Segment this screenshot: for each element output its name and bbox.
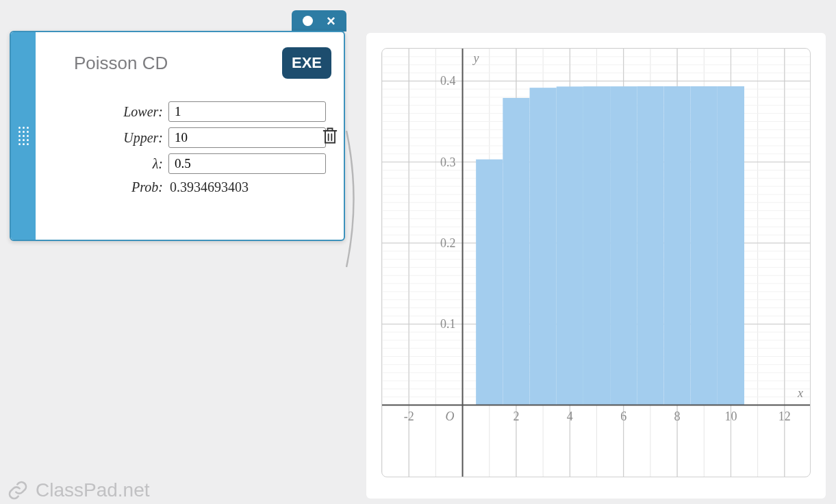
- poisson-panel: Poisson CD EXE Lower: Upper: λ: Prob: 0.…: [10, 31, 345, 241]
- value-prob: 0.3934693403: [168, 179, 249, 195]
- label-lambda: λ:: [48, 156, 168, 172]
- row-prob: Prob: 0.3934693403: [48, 179, 331, 195]
- label-lower: Lower:: [48, 104, 168, 120]
- svg-text:0.2: 0.2: [440, 236, 456, 250]
- label-upper: Upper:: [48, 130, 168, 146]
- brand-name: ClassPad.net: [36, 479, 150, 501]
- input-lower[interactable]: [168, 101, 326, 122]
- svg-rect-81: [691, 86, 718, 405]
- label-prob: Prob:: [48, 179, 168, 195]
- svg-rect-75: [530, 88, 557, 405]
- svg-rect-80: [663, 86, 690, 405]
- svg-text:y: y: [472, 51, 479, 65]
- svg-text:6: 6: [620, 410, 626, 423]
- svg-rect-73: [476, 160, 503, 405]
- link-icon: [7, 479, 29, 501]
- svg-text:0.4: 0.4: [440, 74, 456, 88]
- svg-rect-79: [637, 86, 663, 405]
- tab-indicator-dot: [303, 16, 313, 26]
- trash-icon[interactable]: [320, 126, 340, 145]
- row-lower: Lower:: [48, 101, 331, 122]
- input-upper[interactable]: [168, 127, 326, 148]
- input-lambda[interactable]: [168, 153, 326, 174]
- svg-rect-78: [610, 86, 637, 405]
- brand-footer: ClassPad.net: [7, 479, 150, 501]
- drag-handle[interactable]: [11, 32, 36, 240]
- svg-text:0.3: 0.3: [440, 155, 456, 169]
- execute-button[interactable]: EXE: [282, 47, 331, 79]
- svg-text:4: 4: [567, 410, 573, 423]
- connector-line: [346, 130, 366, 274]
- row-lambda: λ:: [48, 153, 331, 174]
- svg-text:-2: -2: [404, 410, 414, 423]
- svg-text:x: x: [797, 386, 803, 400]
- panel-body: Poisson CD EXE Lower: Upper: λ: Prob: 0.…: [36, 32, 344, 240]
- svg-text:O: O: [446, 410, 455, 423]
- svg-text:0.1: 0.1: [440, 317, 456, 331]
- svg-text:8: 8: [674, 410, 681, 423]
- panel-tab: ×: [292, 10, 346, 32]
- svg-rect-74: [503, 98, 529, 405]
- chart-card: -2246810120.10.20.30.4Oxy: [366, 33, 826, 499]
- grip-icon: [18, 127, 29, 145]
- chart-plot-area[interactable]: -2246810120.10.20.30.4Oxy: [381, 48, 811, 477]
- svg-text:10: 10: [724, 410, 737, 423]
- close-icon[interactable]: ×: [327, 14, 335, 29]
- svg-rect-77: [583, 86, 610, 405]
- chart-svg: -2246810120.10.20.30.4Oxy: [382, 49, 811, 477]
- svg-text:12: 12: [778, 410, 791, 423]
- svg-rect-76: [557, 86, 583, 405]
- row-upper: Upper:: [48, 127, 331, 148]
- svg-text:2: 2: [513, 410, 519, 423]
- svg-rect-82: [718, 86, 744, 405]
